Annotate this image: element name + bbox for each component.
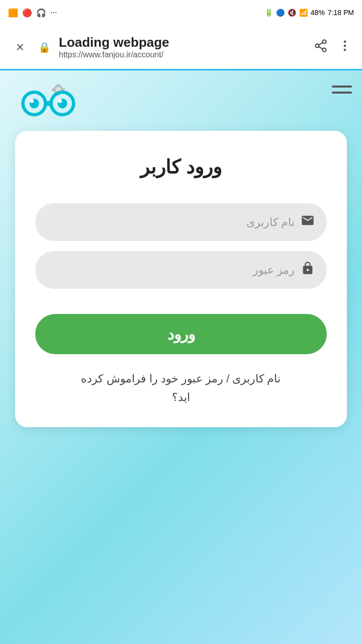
svg-rect-10: [57, 84, 60, 87]
close-tab-button[interactable]: ×: [10, 39, 30, 55]
battery-icon: 🔋: [264, 9, 273, 17]
page-background: ورود کاربر ورود نام کاربری / رمز عبور خو…: [0, 70, 362, 644]
svg-line-4: [319, 42, 323, 45]
login-button[interactable]: ورود: [35, 314, 327, 354]
browser-actions: [314, 39, 352, 56]
svg-point-5: [344, 40, 346, 43]
forgot-password-text[interactable]: نام کاربری / رمز عبور خود را فراموش کرده…: [35, 369, 327, 407]
svg-rect-18: [45, 101, 52, 106]
page-title: Loading webpage: [59, 35, 306, 50]
browser-title-area: Loading webpage https://www.fanjou.ir/ac…: [59, 35, 306, 59]
share-button[interactable]: [314, 39, 328, 56]
password-field-wrapper: [35, 251, 327, 289]
forgot-line2: اید؟: [172, 391, 190, 404]
url-bar[interactable]: https://www.fanjou.ir/account/: [59, 50, 306, 59]
svg-point-7: [344, 48, 346, 51]
login-title: ورود کاربر: [35, 156, 327, 178]
username-input[interactable]: [47, 216, 295, 229]
lock-icon: [301, 261, 315, 279]
ssl-lock-icon: 🔒: [38, 41, 51, 53]
status-right: 🔋 🔵 🔇 📶 48% 7:18 PM: [264, 9, 354, 17]
status-left: 🟧 🔴 🎧 ···: [8, 8, 57, 18]
app-icon-1: 🟧: [8, 8, 18, 18]
more-options-button[interactable]: [338, 39, 352, 56]
hamburger-menu-button[interactable]: [332, 86, 352, 94]
svg-point-6: [344, 44, 346, 47]
app-icon-3: 🎧: [36, 8, 46, 18]
app-icon-4: ···: [50, 8, 57, 17]
status-bar: 🟧 🔴 🎧 ··· 🔋 🔵 🔇 📶 48% 7:18 PM: [0, 0, 362, 25]
fanjou-logo: [10, 80, 90, 121]
logo-area: [10, 80, 90, 121]
svg-line-3: [319, 46, 323, 49]
bluetooth-icon: 🔵: [276, 9, 285, 17]
browser-bar: × 🔒 Loading webpage https://www.fanjou.i…: [0, 25, 362, 70]
email-icon: [301, 213, 315, 231]
hamburger-line-2: [332, 92, 352, 94]
username-field-wrapper: [35, 203, 327, 241]
time-display: 7:18 PM: [328, 9, 354, 17]
wifi-icon: 📶: [299, 9, 308, 17]
password-input[interactable]: [47, 264, 295, 277]
battery-percent: 48%: [311, 9, 325, 17]
mute-icon: 🔇: [288, 9, 296, 17]
hamburger-line-1: [332, 86, 352, 88]
top-navigation: [10, 80, 352, 121]
svg-point-19: [30, 99, 34, 103]
forgot-line1: نام کاربری / رمز عبور خود را فراموش کرده: [81, 372, 281, 385]
app-icon-2: 🔴: [22, 8, 32, 18]
login-card: ورود کاربر ورود نام کاربری / رمز عبور خو…: [15, 131, 347, 427]
svg-rect-12: [52, 89, 54, 91]
svg-point-20: [58, 99, 62, 103]
